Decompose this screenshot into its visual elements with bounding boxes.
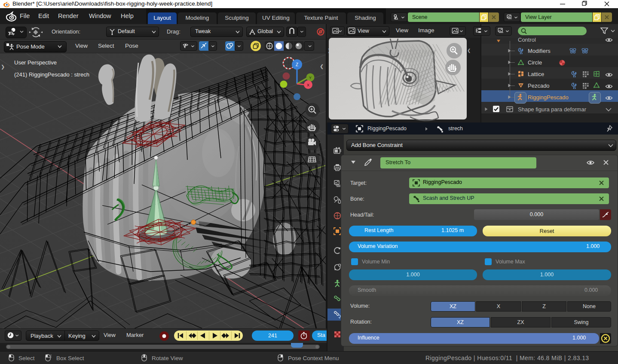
- svg-text:Y: Y: [309, 76, 312, 80]
- svg-text:User Perspective: User Perspective: [14, 59, 57, 66]
- svg-text:(241) RiggingPescado : strech: (241) RiggingPescado : strech: [14, 71, 89, 78]
- svg-text:X: X: [307, 83, 309, 87]
- svg-text:Z: Z: [296, 62, 298, 67]
- svg-text:❮: ❮: [320, 64, 324, 69]
- svg-text:❯: ❯: [1, 64, 5, 70]
